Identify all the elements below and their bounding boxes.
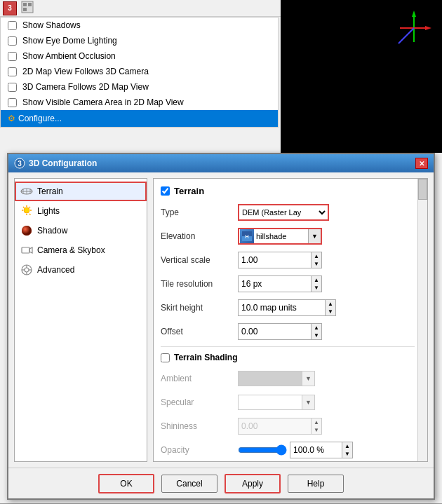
opacity-slider[interactable] bbox=[238, 444, 287, 456]
tile-resolution-label: Tile resolution bbox=[161, 279, 238, 289]
menu-item-configure[interactable]: ⚙ Configure... bbox=[1, 110, 278, 127]
scrollbar-track[interactable] bbox=[417, 179, 427, 461]
tree-item-camera-skybox[interactable]: Camera & Skybox bbox=[15, 240, 147, 260]
show-shadows-checkbox[interactable] bbox=[8, 21, 17, 30]
terrain-shading-title: Terrain Shading bbox=[174, 353, 237, 362]
terrain-settings-panel: Terrain Type DEM (Raster Lay bbox=[153, 178, 428, 462]
offset-input[interactable] bbox=[239, 324, 311, 339]
help-button[interactable]: Help bbox=[288, 475, 344, 493]
tree-item-lights[interactable]: Lights bbox=[15, 201, 147, 221]
type-select[interactable]: DEM (Raster Lay bbox=[239, 207, 328, 217]
tree-item-terrain-label: Terrain bbox=[37, 186, 63, 196]
opacity-down-btn[interactable]: ▼ bbox=[342, 450, 352, 458]
elevation-combo[interactable]: H hillshade ▼ bbox=[238, 228, 322, 245]
skirt-height-input[interactable] bbox=[239, 300, 325, 315]
skirt-height-down-btn[interactable]: ▼ bbox=[326, 308, 335, 315]
vertical-scale-label: Vertical scale bbox=[161, 255, 238, 265]
ambient-color-dropdown[interactable]: ▼ bbox=[238, 371, 315, 386]
skirt-height-label: Skirt height bbox=[161, 303, 238, 313]
menu-item-show-camera-area[interactable]: Show Visible Camera Area in 2D Map View bbox=[1, 95, 278, 110]
3d-config-dialog: 3 3D Configuration ✕ bbox=[7, 153, 435, 500]
advanced-icon bbox=[20, 264, 33, 276]
offset-down-btn[interactable]: ▼ bbox=[312, 332, 321, 339]
show-eye-dome-checkbox[interactable] bbox=[8, 36, 17, 46]
menu-item-show-shadows[interactable]: Show Shadows bbox=[1, 18, 278, 33]
tree-item-camera-label: Camera & Skybox bbox=[37, 245, 105, 255]
elevation-value: hillshade bbox=[255, 232, 308, 240]
shininess-up-btn[interactable]: ▲ bbox=[312, 418, 321, 426]
configure-label: Configure... bbox=[18, 114, 62, 123]
skirt-height-control: ▲ ▼ bbox=[238, 299, 415, 316]
show-ambient-checkbox[interactable] bbox=[8, 52, 17, 61]
dialog-title-icon: 3 bbox=[14, 158, 25, 169]
vertical-scale-input[interactable] bbox=[239, 252, 311, 268]
ok-button[interactable]: OK bbox=[98, 474, 154, 493]
2d-follows-3d-checkbox[interactable] bbox=[8, 67, 17, 76]
apply-button[interactable]: Apply bbox=[225, 474, 281, 493]
scrollbar-thumb[interactable] bbox=[418, 179, 427, 200]
type-select-container[interactable]: DEM (Raster Lay bbox=[238, 204, 329, 221]
vertical-scale-spinbox[interactable]: ▲ ▼ bbox=[238, 252, 322, 268]
svg-rect-26 bbox=[22, 247, 29, 253]
tree-item-shadow-label: Shadow bbox=[37, 226, 67, 236]
specular-color-arrow[interactable]: ▼ bbox=[302, 395, 314, 409]
specular-row: Specular ▼ bbox=[161, 393, 415, 411]
vertical-scale-row: Vertical scale ▲ ▼ bbox=[161, 251, 415, 269]
skirt-height-spinbox[interactable]: ▲ ▼ bbox=[238, 299, 336, 316]
shininess-down-btn[interactable]: ▼ bbox=[312, 426, 321, 434]
shininess-input[interactable] bbox=[239, 418, 311, 434]
terrain-enabled-checkbox[interactable] bbox=[161, 186, 170, 196]
opacity-input[interactable] bbox=[290, 442, 342, 458]
elevation-dropdown-arrow[interactable]: ▼ bbox=[308, 229, 321, 243]
shininess-spinbox[interactable]: ▲ ▼ bbox=[238, 418, 322, 435]
type-label: Type bbox=[161, 207, 238, 217]
app-icon: 3 bbox=[3, 1, 17, 15]
vertical-scale-spin-buttons: ▲ ▼ bbox=[311, 252, 321, 268]
opacity-slider-container bbox=[238, 444, 287, 456]
skirt-height-up-btn[interactable]: ▲ bbox=[326, 300, 335, 308]
opacity-spinbox[interactable]: ▲ ▼ bbox=[290, 442, 353, 458]
offset-row: Offset ▲ ▼ bbox=[161, 322, 415, 341]
shininess-spin-buttons: ▲ ▼ bbox=[311, 418, 321, 434]
svg-line-21 bbox=[23, 207, 25, 208]
svg-text:3: 3 bbox=[18, 160, 22, 168]
tree-item-shadow[interactable]: Shadow bbox=[15, 221, 147, 240]
tile-resolution-down-btn[interactable]: ▼ bbox=[312, 284, 321, 292]
offset-up-btn[interactable]: ▲ bbox=[312, 324, 321, 332]
menu-item-3d-follows-2d[interactable]: 3D Camera Follows 2D Map View bbox=[1, 79, 278, 95]
elevation-control: H hillshade ▼ bbox=[238, 228, 415, 245]
elevation-field-row: Elevation H hillshade ▼ bbox=[161, 227, 415, 245]
tile-resolution-row: Tile resolution ▲ ▼ bbox=[161, 275, 415, 293]
3d-follows-2d-checkbox[interactable] bbox=[8, 83, 17, 92]
terrain-shading-checkbox[interactable] bbox=[161, 353, 170, 362]
ambient-label: Ambient bbox=[161, 374, 238, 383]
vertical-scale-down-btn[interactable]: ▼ bbox=[312, 260, 321, 268]
dialog-close-button[interactable]: ✕ bbox=[415, 158, 428, 169]
menu-item-show-ambient[interactable]: Show Ambient Occlusion bbox=[1, 48, 278, 64]
menu-item-2d-follows-3d[interactable]: 2D Map View Follows 3D Camera bbox=[1, 64, 278, 79]
shininess-label: Shininess bbox=[161, 421, 238, 431]
tile-resolution-input[interactable] bbox=[239, 276, 311, 292]
dialog-title: 3 3D Configuration bbox=[14, 158, 97, 169]
dialog-body: Terrain bbox=[8, 172, 434, 468]
elevation-layer-icon: H bbox=[240, 229, 254, 243]
offset-spinbox[interactable]: ▲ ▼ bbox=[238, 323, 322, 340]
vertical-scale-up-btn[interactable]: ▲ bbox=[312, 252, 321, 260]
tile-resolution-up-btn[interactable]: ▲ bbox=[312, 276, 321, 284]
menu-item-show-eye-dome[interactable]: Show Eye Dome Lighting bbox=[1, 33, 278, 48]
tree-item-advanced[interactable]: Advanced bbox=[15, 260, 147, 280]
shininess-row: Shininess ▲ ▼ bbox=[161, 417, 415, 435]
2d-follows-3d-label: 2D Map View Follows 3D Camera bbox=[22, 67, 149, 76]
tree-item-terrain[interactable]: Terrain bbox=[15, 182, 147, 201]
ambient-color-arrow[interactable]: ▼ bbox=[302, 372, 314, 386]
svg-marker-27 bbox=[29, 247, 32, 253]
svg-marker-1 bbox=[412, 11, 416, 17]
tile-resolution-spinbox[interactable]: ▲ ▼ bbox=[238, 275, 322, 292]
svg-line-22 bbox=[29, 214, 31, 215]
specular-color-dropdown[interactable]: ▼ bbox=[238, 395, 315, 410]
show-camera-area-checkbox[interactable] bbox=[8, 98, 17, 107]
show-shadows-label: Show Shadows bbox=[22, 20, 81, 30]
cancel-button[interactable]: Cancel bbox=[161, 475, 217, 493]
opacity-up-btn[interactable]: ▲ bbox=[342, 442, 352, 450]
tile-resolution-spin-buttons: ▲ ▼ bbox=[311, 276, 321, 292]
